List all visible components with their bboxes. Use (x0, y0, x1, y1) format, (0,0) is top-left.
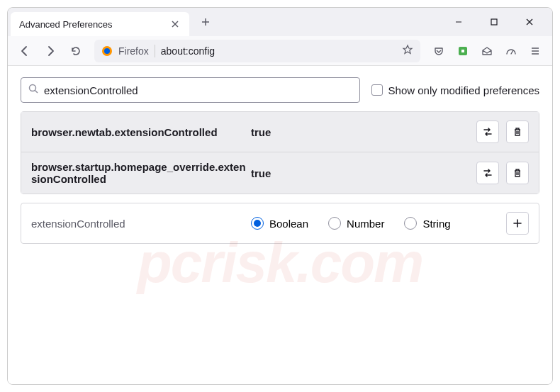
address-brand: Firefox (118, 45, 149, 57)
pref-actions (476, 121, 529, 143)
window-controls (443, 11, 549, 33)
tab-advanced-preferences[interactable]: Advanced Preferences (11, 12, 189, 36)
toggle-button[interactable] (476, 162, 499, 184)
close-tab-icon[interactable] (169, 18, 181, 30)
delete-button[interactable] (506, 121, 529, 143)
minimize-button[interactable] (443, 11, 474, 33)
svg-point-2 (104, 48, 110, 54)
toolbar: Firefox about:config (8, 36, 552, 66)
url-text: about:config (161, 45, 396, 57)
toggle-button[interactable] (476, 121, 499, 143)
search-row: Show only modified preferences (21, 77, 539, 103)
search-icon (28, 84, 38, 96)
search-box[interactable] (21, 77, 360, 103)
bookmark-star-icon[interactable] (402, 44, 413, 57)
modified-only-label: Show only modified preferences (388, 84, 539, 96)
pref-row[interactable]: browser.newtab.extensionControlled true (21, 112, 539, 152)
radio-label-boolean: Boolean (269, 218, 308, 230)
pref-name: browser.startup.homepage_override.extens… (31, 161, 251, 185)
delete-button[interactable] (506, 162, 529, 184)
radio-label-number: Number (347, 218, 384, 230)
checkbox-icon (371, 84, 383, 96)
search-input[interactable] (44, 84, 352, 96)
type-options: Boolean Number String (251, 217, 506, 230)
back-button[interactable] (13, 40, 36, 62)
performance-icon[interactable] (500, 40, 522, 62)
pref-value: true (251, 167, 476, 179)
pocket-icon[interactable] (427, 40, 450, 62)
pref-name: browser.newtab.extensionControlled (31, 126, 251, 138)
close-window-button[interactable] (514, 11, 545, 33)
svg-rect-4 (461, 50, 464, 52)
radio-icon (328, 217, 341, 230)
address-separator (155, 45, 155, 57)
content-area: Show only modified preferences browser.n… (8, 66, 552, 384)
svg-rect-0 (491, 19, 497, 25)
forward-button[interactable] (39, 40, 62, 62)
tab-bar: Advanced Preferences (8, 8, 552, 36)
add-button[interactable] (506, 212, 529, 235)
preference-list: browser.newtab.extensionControlled true … (21, 111, 539, 194)
reload-button[interactable] (65, 40, 87, 62)
address-bar[interactable]: Firefox about:config (94, 40, 420, 62)
pref-row[interactable]: browser.startup.homepage_override.extens… (21, 152, 539, 194)
menu-icon[interactable] (524, 40, 547, 62)
radio-string[interactable]: String (404, 217, 450, 230)
modified-only-checkbox[interactable]: Show only modified preferences (371, 84, 539, 96)
radio-icon (404, 217, 417, 230)
maximize-button[interactable] (478, 11, 510, 33)
new-pref-name: extensionControlled (31, 218, 251, 230)
mail-icon[interactable] (476, 40, 498, 62)
tab-title: Advanced Preferences (19, 19, 113, 30)
new-tab-button[interactable] (195, 11, 216, 33)
new-pref-row: extensionControlled Boolean Number Strin… (21, 203, 539, 244)
radio-boolean[interactable]: Boolean (251, 217, 308, 230)
pref-actions (476, 162, 529, 184)
pref-value: true (251, 126, 476, 138)
svg-point-5 (30, 85, 36, 91)
extension-icon[interactable] (452, 40, 474, 62)
firefox-icon (101, 45, 113, 57)
radio-icon (251, 217, 264, 230)
radio-number[interactable]: Number (328, 217, 384, 230)
radio-label-string: String (422, 218, 450, 230)
toolbar-right (427, 40, 547, 62)
